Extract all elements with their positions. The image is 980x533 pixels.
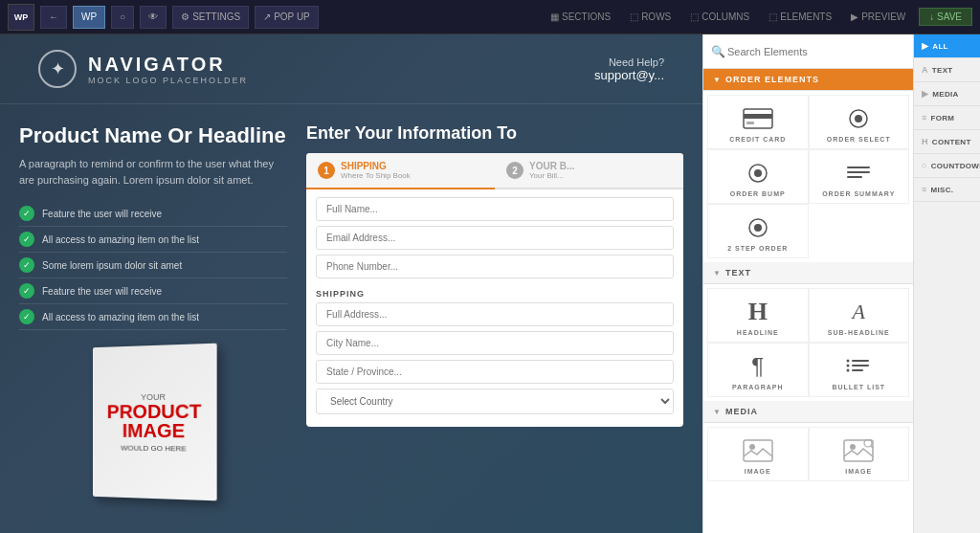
media-icon: ▶ xyxy=(922,89,928,99)
element-bullet-list[interactable]: BULLET LIST xyxy=(809,343,910,397)
toolbar-settings-btn[interactable]: ⚙ SETTINGS xyxy=(172,6,249,29)
order-section-arrow: ▼ xyxy=(713,76,721,84)
side-nav-item-text[interactable]: A TEXT xyxy=(914,58,980,82)
side-nav-item-all[interactable]: ▶ ALL xyxy=(914,34,980,58)
element-credit-card[interactable]: CREDIT CARD xyxy=(707,95,809,149)
svg-point-17 xyxy=(847,369,850,372)
svg-rect-8 xyxy=(847,171,870,173)
elements-panel: 🔍 ▼ ORDER ELEMENTS xyxy=(702,34,913,533)
check-icon: ✓ xyxy=(19,257,34,273)
order-summary-label: ORDER SUMMARY xyxy=(822,190,895,197)
order-select-label: ORDER SELECT xyxy=(827,136,891,143)
side-nav-item-countdown[interactable]: ○ COUNTDOWN xyxy=(914,154,980,178)
side-nav-item-form[interactable]: ≡ FORM xyxy=(914,106,980,130)
text-section-header[interactable]: ▼ TEXT xyxy=(703,262,913,284)
order-bump-icon xyxy=(741,160,775,187)
text-section-title: TEXT xyxy=(725,268,751,278)
side-nav-item-misc[interactable]: ≡ MISC. xyxy=(914,178,980,202)
feature-list: ✓ Feature the user will receive ✓ All ac… xyxy=(19,201,287,330)
side-nav: ▶ ALL A TEXT ▶ MEDIA ≡ FORM H CONTENT ○ … xyxy=(913,34,980,533)
image-1-icon xyxy=(741,437,775,464)
toolbar-eye-btn[interactable]: 👁 xyxy=(140,6,167,29)
element-headline[interactable]: H HEADLINE xyxy=(707,288,809,343)
all-icon: ▶ xyxy=(922,41,928,51)
image-2-label: IMAGE xyxy=(845,468,872,475)
check-icon: ✓ xyxy=(19,309,34,324)
svg-rect-1 xyxy=(744,114,772,119)
step-2-info: YOUR B... Your Bill... xyxy=(529,161,574,180)
form-body: SHIPPING Select Country xyxy=(306,189,683,427)
toolbar-preview-btn[interactable]: ▶ PREVIEW xyxy=(843,9,913,25)
text-elements-grid: H HEADLINE A SUB-HEADLINE ¶ PARAGRAPH xyxy=(703,284,913,401)
toolbar-elements-btn[interactable]: ⬚ ELEMENTS xyxy=(761,9,839,25)
feature-item: ✓ All access to amazing item on the list xyxy=(19,227,287,253)
feature-item: ✓ Some lorem ipsum dolor sit amet xyxy=(19,253,287,278)
image-2-icon xyxy=(841,437,876,464)
countdown-label: COUNTDOWN xyxy=(931,162,980,170)
side-nav-item-media[interactable]: ▶ MEDIA xyxy=(914,82,980,106)
phone-input[interactable] xyxy=(316,255,674,278)
check-icon: ✓ xyxy=(19,283,34,299)
element-2step-order[interactable]: 2 STEP ORDER xyxy=(707,204,809,258)
book-image: IMAGE xyxy=(122,420,185,439)
element-order-select[interactable]: ORDER SELECT xyxy=(809,95,910,149)
step-1-sub: Where To Ship Book xyxy=(341,171,411,180)
feature-text: All access to amazing item on the list xyxy=(42,234,199,245)
feature-item: ✓ All access to amazing item on the list xyxy=(19,304,287,330)
order-elements-section-header[interactable]: ▼ ORDER ELEMENTS xyxy=(703,69,913,91)
element-sub-headline[interactable]: A SUB-HEADLINE xyxy=(809,288,910,343)
email-input[interactable] xyxy=(316,226,674,250)
order-form: 1 SHIPPING Where To Ship Book 2 YOUR B..… xyxy=(306,153,683,427)
main-area: ✦ NAVIGATOR MOCK LOGO PLACEHOLDER Need H… xyxy=(0,34,980,533)
svg-rect-12 xyxy=(852,360,869,362)
step-1-title: SHIPPING xyxy=(341,161,411,171)
feature-text: All access to amazing item on the list xyxy=(42,312,199,322)
bullet-list-icon xyxy=(841,353,876,380)
media-section-header[interactable]: ▼ MEDIA xyxy=(703,401,913,423)
toolbar-back-btn[interactable]: ← xyxy=(40,6,67,29)
content-icon: H xyxy=(922,137,928,146)
address-input[interactable] xyxy=(316,302,674,326)
order-section-title: ORDER ELEMENTS xyxy=(725,75,819,84)
text-icon: A xyxy=(922,65,928,75)
form-label: FORM xyxy=(931,114,955,122)
brand-name: NAVIGATOR xyxy=(88,54,248,76)
city-input[interactable] xyxy=(316,331,674,355)
media-label: MEDIA xyxy=(932,90,958,99)
page-body: Product Name Or Headline A paragraph to … xyxy=(0,104,702,499)
side-nav-item-content[interactable]: H CONTENT xyxy=(914,130,980,154)
left-column: Product Name Or Headline A paragraph to … xyxy=(19,123,287,499)
toolbar-rows-btn[interactable]: ⬚ ROWS xyxy=(622,9,679,25)
toolbar-circle-btn[interactable]: ○ xyxy=(111,6,134,29)
svg-rect-18 xyxy=(744,440,772,461)
product-description: A paragraph to remind or confirm to the … xyxy=(19,156,287,188)
toolbar-sections-btn[interactable]: ▦ SECTIONS xyxy=(543,9,618,25)
element-image-2[interactable]: IMAGE xyxy=(809,427,910,481)
search-elements-input[interactable] xyxy=(727,46,905,57)
full-name-input[interactable] xyxy=(316,197,674,221)
step-2-num: 2 xyxy=(506,162,523,179)
svg-point-21 xyxy=(850,444,856,450)
svg-point-11 xyxy=(754,224,762,232)
form-step-2: 2 YOUR B... Your Bill... xyxy=(495,153,683,188)
svg-rect-14 xyxy=(852,369,863,371)
element-image-1[interactable]: IMAGE xyxy=(707,427,809,481)
svg-point-6 xyxy=(754,169,762,177)
toolbar-save-btn[interactable]: ↓ SAVE xyxy=(919,8,972,26)
svg-rect-20 xyxy=(844,440,873,461)
order-summary-icon xyxy=(841,160,876,187)
state-input[interactable] xyxy=(316,360,674,384)
product-book: YOUR PRODUCT IMAGE WOULD GO HERE xyxy=(93,344,217,501)
feature-text: Feature the user will receive xyxy=(42,286,162,297)
element-order-bump[interactable]: ORDER BUMP xyxy=(707,149,809,204)
country-select[interactable]: Select Country xyxy=(316,389,674,414)
element-paragraph[interactable]: ¶ PARAGRAPH xyxy=(707,343,809,397)
element-order-summary[interactable]: ORDER SUMMARY xyxy=(809,149,910,204)
toolbar-popup-btn[interactable]: ↗ POP UP xyxy=(255,6,319,29)
misc-icon: ≡ xyxy=(922,185,927,194)
svg-rect-13 xyxy=(852,365,869,366)
media-section-title: MEDIA xyxy=(725,407,758,416)
svg-point-15 xyxy=(847,360,850,363)
toolbar-wp-btn[interactable]: WP xyxy=(73,6,105,29)
toolbar-columns-btn[interactable]: ⬚ COLUMNS xyxy=(682,9,757,25)
